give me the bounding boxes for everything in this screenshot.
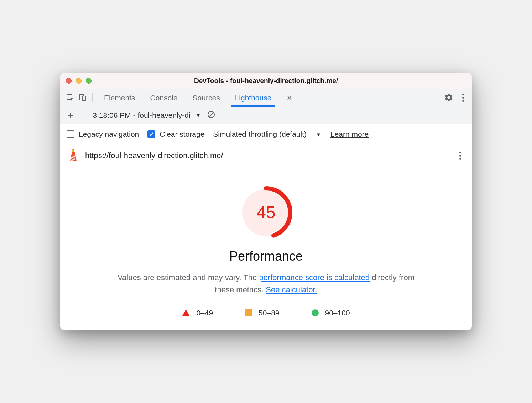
devtools-window: DevTools - foul-heavenly-direction.glitc… [60,73,472,330]
performance-title: Performance [74,249,458,264]
chevron-down-icon: ▼ [195,112,201,119]
svg-line-4 [209,112,213,117]
separator [92,93,93,102]
circle-icon [312,309,319,316]
window-close-button[interactable] [66,78,72,84]
svg-rect-7 [72,150,74,152]
window-zoom-button[interactable] [86,78,92,84]
svg-rect-2 [82,96,85,101]
tab-lighthouse[interactable]: Lighthouse [229,89,278,106]
legend-average: 50–89 [245,309,279,317]
report-menu-icon[interactable] [457,149,464,163]
separator [84,111,84,119]
legend-fail: 0–49 [182,309,213,317]
legend-average-label: 50–89 [259,309,279,317]
titlebar: DevTools - foul-heavenly-direction.glitc… [60,73,472,89]
device-toggle-icon[interactable] [77,93,87,103]
new-report-button[interactable]: + [65,110,75,121]
report-select-dropdown[interactable]: 3:18:06 PM - foul-heavenly-di ▼ [93,111,201,120]
score-legend: 0–49 50–89 90–100 [74,309,458,317]
legend-pass: 90–100 [312,309,350,317]
lighthouse-options-bar: Legacy navigation Clear storage Simulate… [60,124,472,145]
gear-icon[interactable] [444,93,454,103]
inspect-icon[interactable] [65,93,75,103]
report-url-bar: https://foul-heavenly-direction.glitch.m… [60,145,472,167]
score-calc-link[interactable]: performance score is calculated [259,273,370,282]
tab-sources[interactable]: Sources [186,89,226,106]
report-select-label: 3:18:06 PM - foul-heavenly-di [93,111,190,120]
clear-storage-checkbox[interactable] [147,130,155,138]
tab-console[interactable]: Console [144,89,184,106]
triangle-icon [182,309,190,316]
performance-description: Values are estimated and may vary. The p… [109,272,423,296]
performance-gauge[interactable]: 45 [238,184,294,241]
window-title: DevTools - foul-heavenly-direction.glitc… [194,77,338,85]
chevron-down-icon[interactable]: ▼ [316,131,321,137]
svg-rect-6 [72,152,75,154]
report-url: https://foul-heavenly-direction.glitch.m… [85,151,450,160]
square-icon [245,309,252,316]
legend-pass-label: 90–100 [325,309,350,317]
window-minimize-button[interactable] [76,78,82,84]
lighthouse-report: 45 Performance Values are estimated and … [60,167,472,330]
tab-elements[interactable]: Elements [98,89,142,106]
clear-storage-label: Clear storage [160,130,204,138]
lighthouse-icon [68,149,79,162]
clear-icon[interactable] [207,110,215,120]
throttling-label: Simulated throttling (default) [213,130,307,138]
legacy-navigation-checkbox[interactable] [67,130,74,138]
svg-marker-8 [72,149,75,150]
legend-fail-label: 0–49 [196,309,213,317]
report-selector-bar: + 3:18:06 PM - foul-heavenly-di ▼ [60,107,472,124]
devtools-tabbar: Elements Console Sources Lighthouse » [60,89,472,107]
see-calculator-link[interactable]: See calculator. [266,285,317,294]
legacy-navigation-label: Legacy navigation [79,130,139,138]
learn-more-link[interactable]: Learn more [330,130,369,138]
traffic-lights [66,78,92,84]
performance-score: 45 [256,203,275,222]
more-tabs-icon[interactable]: » [287,93,292,103]
kebab-menu-icon[interactable] [459,91,467,105]
